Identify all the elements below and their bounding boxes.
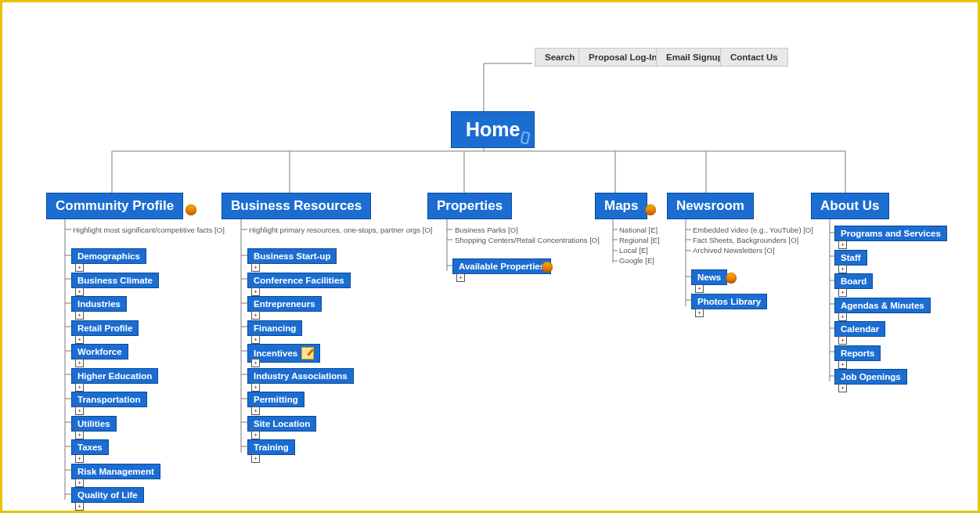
expand-icon[interactable]: + (251, 431, 260, 439)
mindmap-canvas[interactable]: { "root":{"label":"Home"}, "utilNav":{ "… (0, 0, 980, 513)
cat-business[interactable]: Business Resources (222, 193, 371, 219)
item-reports[interactable]: Reports (834, 345, 881, 361)
item-training[interactable]: Training (247, 439, 295, 455)
expand-icon[interactable]: + (838, 240, 847, 249)
item-financing[interactable]: Financing (247, 320, 302, 336)
cat-newsroom[interactable]: Newsroom (667, 193, 754, 219)
item-news[interactable]: News (691, 269, 727, 285)
item-jobs[interactable]: Job Openings (834, 369, 907, 385)
note-community: Highlight most significant/competitive f… (73, 226, 225, 234)
expand-icon[interactable]: + (75, 335, 84, 344)
note-maps-c: Local [E] (619, 246, 648, 255)
item-startup[interactable]: Business Start-up (247, 248, 337, 264)
nav-proposal[interactable]: Proposal Log-In (578, 48, 668, 67)
expand-icon[interactable]: + (838, 312, 847, 321)
connectors (2, 2, 978, 511)
expand-icon[interactable]: + (695, 309, 704, 317)
expand-icon[interactable]: + (251, 454, 260, 463)
expand-icon[interactable]: + (75, 359, 84, 367)
globe-icon (542, 262, 553, 273)
note-icon (301, 347, 314, 359)
item-retail-profile[interactable]: Retail Profile (71, 320, 139, 336)
expand-icon[interactable]: + (75, 502, 84, 511)
item-entrepreneur[interactable]: Entrepreneurs (247, 296, 322, 312)
note-news-a: Embedded video (e.g., YouTube) [O] (693, 226, 813, 234)
nav-contact[interactable]: Contact Us (720, 48, 788, 67)
cat-about[interactable]: About Us (811, 193, 889, 219)
nav-search[interactable]: Search (535, 48, 585, 67)
expand-icon[interactable]: + (838, 336, 847, 345)
expand-icon[interactable]: + (75, 287, 84, 296)
expand-icon[interactable]: + (251, 383, 260, 392)
item-quality[interactable]: Quality of Life (71, 487, 144, 503)
item-taxes[interactable]: Taxes (71, 439, 109, 455)
expand-icon[interactable]: + (838, 360, 847, 369)
note-business: Highlight primary resources, one-stops, … (249, 226, 432, 234)
item-industries[interactable]: Industries (71, 296, 127, 312)
item-workforce[interactable]: Workforce (71, 344, 128, 359)
expand-icon[interactable]: + (75, 431, 84, 439)
expand-icon[interactable]: + (838, 288, 847, 297)
item-higher-ed[interactable]: Higher Education (71, 368, 158, 384)
cat-community[interactable]: Community Profile (46, 193, 183, 219)
note-news-c: Archived Newsletters [O] (693, 246, 775, 255)
expand-icon[interactable]: + (695, 284, 704, 293)
item-risk[interactable]: Risk Management (71, 464, 160, 479)
globe-icon (645, 204, 656, 215)
item-demographics[interactable]: Demographics (71, 248, 146, 264)
item-board[interactable]: Board (834, 273, 873, 289)
expand-icon[interactable]: + (456, 273, 465, 282)
note-maps-d: Google [E] (619, 256, 654, 265)
note-maps-a: National [E] (619, 226, 658, 234)
cat-maps[interactable]: Maps (595, 193, 647, 219)
note-properties-a: Business Parks [O] (455, 226, 518, 234)
expand-icon[interactable]: + (75, 263, 84, 272)
root-label: Home (466, 118, 520, 141)
expand-icon[interactable]: + (251, 359, 260, 367)
item-transportation[interactable]: Transportation (71, 392, 147, 407)
expand-icon[interactable]: + (75, 383, 84, 392)
expand-icon[interactable]: + (75, 311, 84, 320)
globe-icon (726, 273, 737, 284)
cat-properties[interactable]: Properties (427, 193, 512, 219)
item-programs[interactable]: Programs and Services (834, 226, 947, 241)
item-agendas[interactable]: Agendas & Minutes (834, 298, 931, 313)
expand-icon[interactable]: + (251, 311, 260, 320)
expand-icon[interactable]: + (251, 263, 260, 272)
item-calendar[interactable]: Calendar (834, 321, 885, 337)
item-ind-assoc[interactable]: Industry Associations (247, 368, 354, 384)
expand-icon[interactable]: + (251, 287, 260, 296)
item-staff[interactable]: Staff (834, 250, 867, 266)
globe-icon (186, 204, 196, 215)
expand-icon[interactable]: + (75, 406, 84, 415)
item-conference[interactable]: Conference Facilities (247, 273, 351, 288)
expand-icon[interactable]: + (251, 406, 260, 415)
item-permitting[interactable]: Permitting (247, 392, 304, 407)
expand-icon[interactable]: + (75, 454, 84, 463)
expand-icon[interactable]: + (251, 335, 260, 344)
item-utilities[interactable]: Utilities (71, 416, 117, 432)
item-photos[interactable]: Photos Library (691, 294, 767, 309)
item-business-climate[interactable]: Business Climate (71, 273, 159, 288)
item-site[interactable]: Site Location (247, 416, 316, 432)
note-properties-b: Shopping Centers/Retail Concentrations [… (455, 236, 600, 244)
item-avail-properties[interactable]: Available Properties (452, 258, 551, 274)
note-maps-b: Regional [E] (619, 236, 660, 244)
expand-icon[interactable]: + (838, 265, 847, 273)
expand-icon[interactable]: + (75, 479, 84, 487)
expand-icon[interactable]: + (838, 384, 847, 392)
note-news-b: Fact Sheets, Backgrounders [O] (693, 236, 798, 244)
